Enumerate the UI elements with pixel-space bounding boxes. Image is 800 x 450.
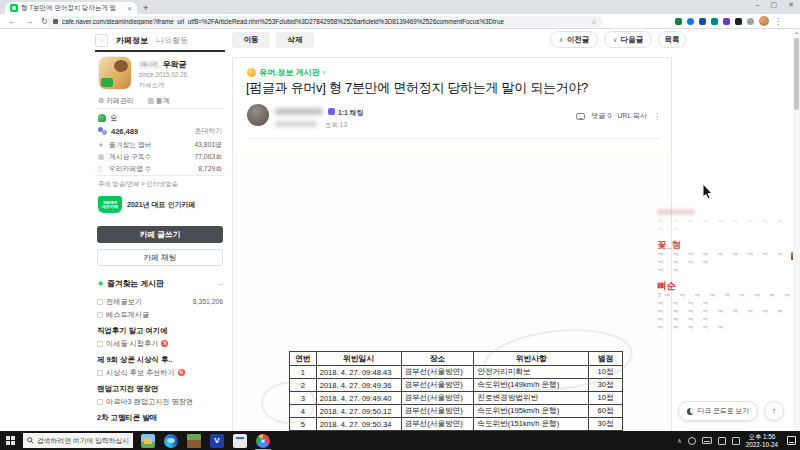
browser-profile-avatar[interactable] [759, 16, 769, 26]
url-text[interactable]: cafe.naver.com/steamindiegame?iframe_url… [62, 18, 587, 25]
delete-button[interactable]: 삭제 [276, 32, 314, 48]
comment-count[interactable]: 댓글 0 [591, 111, 611, 121]
cafe-chat-button[interactable]: 카페 채팅 [97, 249, 223, 266]
cafe-intro-link[interactable]: 카페소개 [139, 81, 164, 90]
keyboard-icon[interactable] [702, 437, 712, 444]
board-label[interactable]: 제 9회 상콘 시상식 후.. [97, 355, 173, 365]
game-app-icon[interactable] [141, 434, 155, 448]
board-label[interactable]: 전체글보기 [106, 297, 142, 307]
board-label[interactable]: 아르마3 랜덤고지전 명장면 [106, 397, 193, 407]
extension-icon[interactable] [723, 18, 730, 25]
list-button[interactable]: 목록 [658, 31, 686, 48]
board-menu-item[interactable]: 2차 고멤티콘 발매 N [97, 408, 223, 424]
board-label[interactable]: 베스트게시글 [106, 310, 149, 320]
board-link[interactable]: 유머.정보 게시판 [259, 67, 319, 78]
scroll-to-top-button[interactable]: ↑ [764, 401, 784, 421]
cell-violation: 진로변경방법위반 [474, 392, 589, 405]
manager-name[interactable]: 우왁굳 [163, 59, 187, 70]
bookmark-icon[interactable]: ☆ [591, 18, 597, 26]
edge-app-icon[interactable] [164, 434, 178, 448]
scrollbar-up-icon[interactable]: ▲ [793, 30, 800, 35]
one-to-one-chat-link[interactable]: 1:1 채팅 [338, 108, 363, 118]
browser-menu-icon[interactable]: ⋮ [774, 17, 782, 26]
board-label[interactable]: 랜덤고지전 명장면 [97, 384, 158, 394]
minecraft-app-icon[interactable] [187, 434, 201, 448]
documents-app-icon[interactable] [233, 434, 247, 448]
invite-link[interactable]: 초대하기 [195, 126, 222, 136]
browser-tabstrip: 형 7분만에 면허정지 당하는게 말 ✕ + – ▢ ✕ [0, 0, 800, 14]
board-menu-item[interactable]: 베스트게시글 N [97, 308, 223, 321]
v-app-icon[interactable]: V [210, 434, 224, 448]
member-count: 426,489 [111, 127, 191, 136]
board-menu-item[interactable]: 직업후기 말고 여기에 N [97, 321, 223, 337]
comment-bubble-icon [576, 113, 585, 120]
back-icon[interactable]: ← [8, 16, 17, 26]
collapse-icon[interactable]: – [219, 279, 223, 288]
extension-icon[interactable] [747, 18, 754, 25]
page-scrollbar[interactable]: ▲ [793, 29, 800, 431]
cafe-sidebar: ☆ 카페정보 나의활동 매니저 우왁굳 since 2015.02.26. 카페… [95, 29, 225, 431]
chrome-app-icon[interactable] [256, 434, 270, 448]
forward-icon[interactable]: → [25, 16, 34, 26]
cafe-write-button[interactable]: 카페 글쓰기 [97, 226, 223, 243]
tray-status-icon[interactable] [688, 437, 696, 445]
extension-icon[interactable] [675, 18, 682, 25]
taskbar-clock[interactable]: 오후 1:56 2022-10-24 [746, 433, 778, 449]
tab-my-activity[interactable]: 나의활동 [156, 35, 188, 46]
browser-toolbar: ← → ↻ cafe.naver.com/steamindiegame?ifra… [0, 14, 800, 29]
site-info-icon[interactable] [53, 19, 58, 24]
tray-expand-icon[interactable]: ∧ [677, 437, 682, 445]
board-menu-item[interactable]: 랜덤고지전 명장면 N [97, 379, 223, 395]
naver-cafe-favicon [10, 4, 18, 12]
board-menu: 전체글보기 N 8,351,206 베스트게시글 N 직업후기 말고 여기에 N… [97, 295, 223, 424]
board-menu-item[interactable]: 아르마3 랜덤고지전 명장면 N [97, 395, 223, 408]
tab-close-icon[interactable]: ✕ [127, 5, 132, 12]
favorite-cafe-icon[interactable]: ☆ [95, 34, 108, 47]
next-post-button[interactable]: ∨ 다음글 [604, 31, 652, 48]
window-maximize-button[interactable]: ▢ [771, 1, 778, 9]
author-name-blurred [275, 108, 323, 115]
chevron-up-icon: ∧ [559, 36, 564, 44]
move-button[interactable]: 이동 [232, 32, 270, 48]
board-label[interactable]: 2차 고멤티콘 발매 [97, 413, 157, 423]
board-menu-item[interactable]: 시상식 후보 추천하기 N [97, 366, 223, 379]
board-label[interactable]: 직업후기 말고 여기에 [97, 326, 168, 336]
chevron-down-icon: ∨ [613, 36, 618, 44]
window-minimize-button[interactable]: – [756, 1, 760, 9]
tab-cafe-info[interactable]: 카페정보 [116, 35, 148, 46]
prev-post-button[interactable]: ∧ 이전글 [550, 31, 598, 48]
col-no: 연번 [290, 352, 317, 366]
board-label[interactable]: 시상식 후보 추천하기 [106, 368, 175, 378]
browser-tab[interactable]: 형 7분만에 면허정지 당하는게 말 ✕ [5, 2, 137, 14]
url-copy-button[interactable]: URL 복사 [617, 111, 647, 121]
address-bar[interactable]: cafe.naver.com/steamindiegame?iframe_url… [47, 16, 603, 27]
cafe-stats-link[interactable]: ▥통계 [147, 96, 169, 106]
tray-settings-icon[interactable] [718, 437, 726, 445]
ime-indicator-icon[interactable] [732, 437, 740, 445]
cell-place: 경부선(서울방면) [401, 366, 474, 379]
window-close-button[interactable]: ✕ [788, 1, 794, 9]
cafe-manage-link[interactable]: ⚙카페관리 [98, 96, 133, 106]
new-tab-button[interactable]: + [143, 3, 148, 13]
caret-icon: › [322, 68, 325, 77]
board-menu-item[interactable]: 이세돌 시참후기 N [97, 337, 223, 350]
extension-icon[interactable] [735, 18, 742, 25]
dark-mode-button[interactable]: 다크 모드로 보기 [678, 401, 758, 421]
scanned-document-image: 연번 위반일시 장소 위반사항 벌점 1 2018. 4. 27. 09:48.… [233, 150, 671, 431]
manager-badge: 매니저 [139, 60, 160, 69]
author-avatar[interactable] [247, 104, 269, 126]
scrollbar-thumb[interactable] [794, 38, 799, 110]
extension-icon[interactable] [711, 18, 718, 25]
board-menu-item[interactable]: 제 9회 상콘 시상식 후.. N [97, 350, 223, 366]
start-button[interactable] [6, 436, 16, 446]
extension-icon[interactable] [699, 18, 706, 25]
action-center-icon[interactable] [787, 436, 796, 445]
taskbar-search-box[interactable]: 검색하려면 여기에 입력하십시 [23, 433, 133, 448]
board-label[interactable]: 이세돌 시참후기 [106, 339, 158, 349]
clock-date: 2022-10-24 [746, 441, 778, 449]
extension-icon[interactable] [687, 18, 694, 25]
board-menu-item[interactable]: 전체글보기 N 8,351,206 [97, 295, 223, 308]
cafe-avatar[interactable] [98, 56, 132, 90]
post-menu-icon[interactable]: ⋮ [653, 112, 661, 121]
cell-place: 경부선(서울방면) [401, 379, 474, 392]
